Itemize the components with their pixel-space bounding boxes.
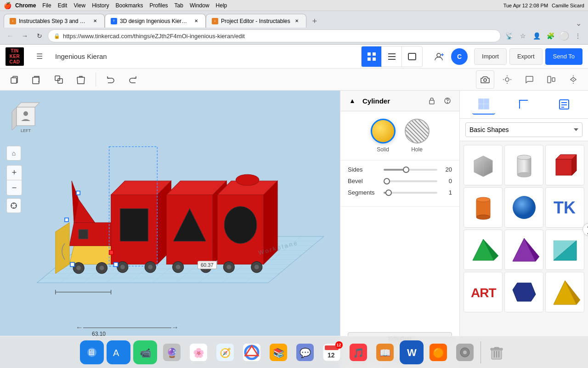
dock-chrome[interactable] xyxy=(240,340,264,364)
hole-option[interactable]: Hole xyxy=(405,119,430,153)
mirror-button[interactable] xyxy=(564,70,582,89)
shape-item-10[interactable] xyxy=(504,272,543,312)
cast-button[interactable]: 📡 xyxy=(503,29,515,42)
tab-tinkercad-close[interactable]: ✕ xyxy=(192,17,200,25)
add-user-button[interactable] xyxy=(429,46,449,67)
shape-item-11[interactable] xyxy=(545,272,584,312)
shape-item-6[interactable] xyxy=(464,230,503,270)
menubar-chrome[interactable]: Chrome xyxy=(15,2,36,9)
menubar-edit[interactable]: Edit xyxy=(58,2,68,9)
shape-item-2[interactable] xyxy=(545,145,584,185)
light-button[interactable] xyxy=(498,70,516,89)
extensions-button[interactable]: 🧩 xyxy=(544,29,557,42)
align-button[interactable] xyxy=(542,70,560,89)
tab-list-button[interactable]: ⌄ xyxy=(576,19,582,28)
apple-menu[interactable]: 🍎 xyxy=(4,2,11,9)
dock-safari[interactable]: 🧭 xyxy=(213,340,237,364)
menubar-bookmarks[interactable]: Bookmarks xyxy=(116,2,143,9)
viewport[interactable]: LEFT ⌂ + − xyxy=(0,91,340,368)
camera-button[interactable] xyxy=(476,70,494,89)
tab-project-editor-close[interactable]: ✕ xyxy=(293,17,300,25)
bookmark-button[interactable]: ☆ xyxy=(516,29,529,42)
dock-appstore[interactable]: A xyxy=(107,340,130,364)
duplicate-button[interactable] xyxy=(50,70,68,89)
send-to-button[interactable]: Send To xyxy=(545,48,582,65)
shape-item-0[interactable] xyxy=(464,145,503,185)
profile-button[interactable]: 👤 xyxy=(530,29,543,42)
home-view-button[interactable]: ⌂ xyxy=(6,146,21,161)
menubar-window[interactable]: Window xyxy=(190,2,209,9)
menubar-view[interactable]: View xyxy=(74,2,85,9)
menubar-help[interactable]: Help xyxy=(216,2,227,9)
grid-view-button[interactable] xyxy=(362,46,382,67)
dock-calendar[interactable]: 12 12 xyxy=(320,340,344,364)
new-tab-button[interactable]: + xyxy=(308,15,321,28)
lock-icon-button[interactable] xyxy=(425,94,438,107)
shape-item-5[interactable]: TK xyxy=(545,187,584,228)
dock-siri[interactable]: 🔮 xyxy=(160,340,184,364)
shapes-tab-grid[interactable] xyxy=(472,94,495,115)
import-button[interactable]: Import xyxy=(474,48,507,65)
menu-icon[interactable]: ☰ xyxy=(29,46,50,67)
zoom-in-button[interactable]: + xyxy=(7,166,22,180)
menubar-file[interactable]: File xyxy=(42,2,51,9)
help-icon-button[interactable] xyxy=(441,94,454,107)
shapes-tab-corner[interactable] xyxy=(512,94,535,115)
dock-discord[interactable]: 💬 xyxy=(293,340,317,364)
component-view-button[interactable] xyxy=(382,46,402,67)
segments-slider[interactable] xyxy=(384,192,437,194)
undo-button[interactable] xyxy=(102,70,120,89)
avatar-button[interactable]: C xyxy=(451,48,468,65)
tab-tinkercad[interactable]: T 3D design Ingenious Kieran | T... ✕ xyxy=(105,14,206,28)
code-view-button[interactable] xyxy=(402,46,422,67)
tinkercad-logo[interactable]: TINKERCAD xyxy=(6,47,24,66)
dock-settings[interactable] xyxy=(453,340,477,364)
collapse-panel-button[interactable]: ▲ xyxy=(346,94,359,107)
tab-instructables[interactable]: i Instructables Step 3 and Step... ✕ xyxy=(4,14,105,28)
redo-button[interactable] xyxy=(124,70,142,89)
dock-trash[interactable] xyxy=(485,340,509,364)
fit-view-button[interactable] xyxy=(6,198,21,213)
dock-music[interactable]: 🎵 xyxy=(346,340,370,364)
dock-libre[interactable]: 🟠 xyxy=(426,340,450,364)
solid-option[interactable]: Solid xyxy=(371,119,396,153)
dock-books2[interactable]: 📖 xyxy=(373,340,397,364)
shape-item-7[interactable] xyxy=(504,230,543,270)
comment-button[interactable] xyxy=(520,70,538,89)
shape-item-3[interactable] xyxy=(464,187,503,228)
zoom-out-button[interactable]: − xyxy=(7,180,22,195)
shape-item-4[interactable] xyxy=(504,187,543,228)
menubar-profiles[interactable]: Profiles xyxy=(150,2,168,9)
shapes-category-dropdown[interactable]: Basic Shapes xyxy=(465,122,582,137)
forward-button[interactable]: → xyxy=(18,29,31,42)
dock-books[interactable]: 📚 xyxy=(266,340,290,364)
copy-shape-button[interactable] xyxy=(6,70,24,89)
back-button[interactable]: ← xyxy=(4,29,17,42)
delete-button[interactable] xyxy=(72,70,90,89)
address-bar[interactable]: 🔒 https://www.tinkercad.com/things/eZJth… xyxy=(48,29,501,42)
segments-thumb[interactable] xyxy=(385,190,392,196)
dock-photos[interactable]: 🌸 xyxy=(187,340,210,364)
dock-word[interactable]: W xyxy=(400,340,424,364)
sides-thumb[interactable] xyxy=(403,167,409,173)
shape-item-9[interactable]: ART xyxy=(464,272,503,312)
sides-slider[interactable] xyxy=(384,169,437,171)
reload-button[interactable]: ↻ xyxy=(33,29,46,42)
dock-facetime[interactable]: 📹 xyxy=(133,340,157,364)
menubar-tab[interactable]: Tab xyxy=(175,2,183,9)
tab-project-editor[interactable]: i Project Editor - Instructables ✕ xyxy=(206,14,306,28)
menubar-history[interactable]: History xyxy=(92,2,109,9)
chrome-menu-button[interactable]: ⋮ xyxy=(571,29,584,42)
tab-instructables-close[interactable]: ✕ xyxy=(91,17,99,25)
bevel-slider[interactable] xyxy=(384,180,437,182)
export-button[interactable]: Export xyxy=(509,48,543,65)
shape-item-8[interactable] xyxy=(545,230,584,270)
view-cube-container[interactable]: LEFT xyxy=(7,98,44,135)
user-avatar[interactable]: ⚪ xyxy=(558,29,571,42)
bevel-thumb[interactable] xyxy=(384,178,390,184)
shape-item-1[interactable] xyxy=(504,145,543,185)
paste-shape-button[interactable] xyxy=(28,70,46,89)
dock-finder[interactable]: 🖥 xyxy=(80,340,104,364)
svg-rect-69 xyxy=(120,209,148,241)
shapes-tab-note[interactable] xyxy=(553,94,576,115)
